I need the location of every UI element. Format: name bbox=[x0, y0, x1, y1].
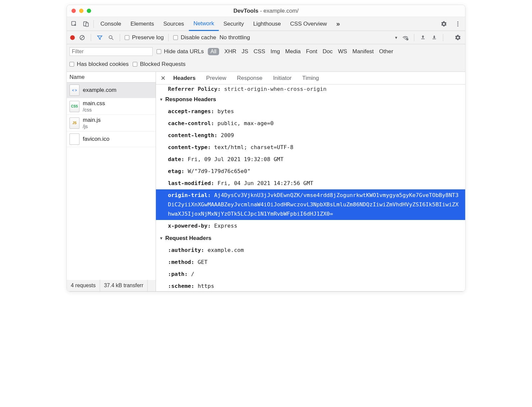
hide-data-urls-checkbox[interactable]: Hide data URLs bbox=[157, 48, 204, 55]
subtab-response[interactable]: Response bbox=[232, 72, 268, 85]
hide-data-urls-label: Hide data URLs bbox=[164, 48, 204, 55]
header-key: date: bbox=[168, 156, 188, 162]
kebab-menu-icon[interactable] bbox=[454, 20, 462, 28]
header-row[interactable]: content-length: 2009 bbox=[156, 129, 465, 141]
window-title-url: example.com/ bbox=[263, 8, 299, 14]
tab-security[interactable]: Security bbox=[219, 17, 248, 31]
header-key: content-type: bbox=[168, 144, 214, 150]
header-row[interactable]: x-powered-by: Express bbox=[156, 220, 465, 232]
header-key: :path: bbox=[168, 271, 191, 277]
details-pane: ✕ HeadersPreviewResponseInitiatorTiming … bbox=[156, 72, 465, 291]
network-conditions-icon[interactable] bbox=[401, 34, 409, 42]
request-name: main.css bbox=[83, 100, 105, 107]
header-row[interactable]: :method: GET bbox=[156, 256, 465, 268]
response-headers-section[interactable]: ▼ Response Headers bbox=[156, 94, 465, 105]
has-blocked-cookies-checkbox[interactable]: Has blocked cookies bbox=[69, 61, 129, 68]
close-details-icon[interactable]: ✕ bbox=[158, 75, 168, 82]
download-har-icon[interactable] bbox=[430, 34, 438, 42]
name-column-header[interactable]: Name bbox=[67, 72, 156, 83]
filter-icon[interactable] bbox=[96, 34, 104, 42]
filter-type-all[interactable]: All bbox=[208, 48, 219, 55]
filter-type-font[interactable]: Font bbox=[306, 48, 317, 55]
header-value: strict-origin-when-cross-origin bbox=[224, 86, 327, 92]
filter-type-css[interactable]: CSS bbox=[254, 48, 265, 55]
preserve-log-checkbox[interactable]: Preserve log bbox=[125, 34, 164, 41]
triangle-down-icon: ▼ bbox=[159, 97, 163, 102]
network-toolbar: Preserve log Disable cache No throttling… bbox=[67, 31, 465, 44]
record-icon[interactable] bbox=[70, 35, 75, 40]
request-row[interactable]: JSmain.js/js bbox=[67, 115, 156, 131]
subtab-preview[interactable]: Preview bbox=[201, 72, 231, 85]
filter-type-doc[interactable]: Doc bbox=[323, 48, 332, 55]
clear-icon[interactable] bbox=[78, 34, 86, 42]
close-window-icon[interactable] bbox=[71, 9, 76, 13]
more-tabs-button[interactable]: » bbox=[332, 17, 344, 31]
window-controls bbox=[71, 9, 91, 13]
header-row[interactable]: content-type: text/html; charset=UTF-8 bbox=[156, 141, 465, 153]
blocked-requests-checkbox[interactable]: Blocked Requests bbox=[133, 61, 186, 68]
upload-har-icon[interactable] bbox=[419, 34, 427, 42]
throttling-select[interactable]: No throttling bbox=[219, 34, 252, 41]
tab-console[interactable]: Console bbox=[96, 17, 126, 31]
request-headers-title: Request Headers bbox=[165, 235, 211, 242]
maximize-window-icon[interactable] bbox=[87, 9, 91, 13]
filter-type-other[interactable]: Other bbox=[379, 48, 393, 55]
network-settings-icon[interactable] bbox=[454, 34, 462, 42]
subtab-headers[interactable]: Headers bbox=[168, 72, 201, 85]
search-icon[interactable] bbox=[107, 34, 115, 42]
minimize-window-icon[interactable] bbox=[79, 9, 83, 13]
window-title-sep: - bbox=[258, 8, 263, 14]
request-name: main.js bbox=[83, 117, 101, 123]
header-value: Fri, 04 Jun 2021 14:27:56 GMT bbox=[217, 180, 313, 186]
filter-type-ws[interactable]: WS bbox=[338, 48, 347, 55]
header-row[interactable]: origin-trial: Aj4DysCv3VjknU3jJvkDEwnQZK… bbox=[156, 189, 465, 220]
header-row[interactable]: accept-ranges: bytes bbox=[156, 105, 465, 117]
tab-network[interactable]: Network bbox=[189, 17, 219, 31]
headers-body[interactable]: Referrer Policy: strict-origin-when-cros… bbox=[156, 85, 465, 291]
header-row[interactable]: :path: / bbox=[156, 268, 465, 280]
disable-cache-checkbox[interactable]: Disable cache bbox=[173, 34, 216, 41]
details-tabbar: ✕ HeadersPreviewResponseInitiatorTiming bbox=[156, 72, 465, 85]
tab-elements[interactable]: Elements bbox=[126, 17, 159, 31]
filter-type-js[interactable]: JS bbox=[242, 48, 248, 55]
header-key: content-length: bbox=[168, 132, 221, 138]
blank-file-icon bbox=[69, 133, 79, 145]
header-value: https bbox=[198, 283, 214, 289]
filter-type-img[interactable]: Img bbox=[271, 48, 280, 55]
svg-line-9 bbox=[112, 38, 113, 40]
request-row[interactable]: favicon.ico bbox=[67, 131, 156, 147]
svg-point-10 bbox=[405, 39, 406, 40]
header-key: :method: bbox=[168, 259, 198, 265]
tab-lighthouse[interactable]: Lighthouse bbox=[248, 17, 285, 31]
tab-sources[interactable]: Sources bbox=[159, 17, 189, 31]
checkbox-icon bbox=[173, 35, 178, 40]
subtab-initiator[interactable]: Initiator bbox=[268, 72, 297, 85]
inspect-element-icon[interactable] bbox=[70, 20, 78, 28]
filter-type-media[interactable]: Media bbox=[285, 48, 301, 55]
request-row[interactable]: CSSmain.css/css bbox=[67, 98, 156, 115]
header-value: bytes bbox=[217, 108, 234, 114]
header-row[interactable]: date: Fri, 09 Jul 2021 19:32:08 GMT bbox=[156, 153, 465, 165]
header-key: etag: bbox=[168, 168, 188, 174]
header-value: GET bbox=[198, 259, 207, 265]
filter-input[interactable] bbox=[69, 47, 153, 56]
checkbox-icon bbox=[69, 62, 74, 67]
status-bar: 4 requests 37.4 kB transferr bbox=[67, 280, 156, 291]
tab-css-overview[interactable]: CSS Overview bbox=[286, 17, 332, 31]
header-row[interactable]: last-modified: Fri, 04 Jun 2021 14:27:56… bbox=[156, 177, 465, 189]
settings-icon[interactable] bbox=[440, 20, 448, 28]
devtools-window: DevTools - example.com/ ConsoleElementsS… bbox=[66, 5, 466, 292]
caret-down-icon[interactable]: ▼ bbox=[394, 36, 398, 40]
filter-type-xhr[interactable]: XHR bbox=[224, 48, 236, 55]
filter-bar: Hide data URLs AllXHRJSCSSImgMediaFontDo… bbox=[67, 44, 465, 72]
header-row[interactable]: :scheme: https bbox=[156, 280, 465, 291]
device-toolbar-icon[interactable] bbox=[82, 20, 90, 28]
request-headers-section[interactable]: ▼ Request Headers bbox=[156, 232, 465, 244]
chevron-double-right-icon: » bbox=[336, 20, 340, 28]
filter-type-manifest[interactable]: Manifest bbox=[352, 48, 374, 55]
header-row[interactable]: cache-control: public, max-age=0 bbox=[156, 117, 465, 129]
header-row[interactable]: etag: W/"7d9-179d76c65e0" bbox=[156, 165, 465, 177]
subtab-timing[interactable]: Timing bbox=[297, 72, 324, 85]
header-row[interactable]: :authority: example.com bbox=[156, 244, 465, 256]
request-row[interactable]: < >example.com bbox=[67, 83, 156, 98]
